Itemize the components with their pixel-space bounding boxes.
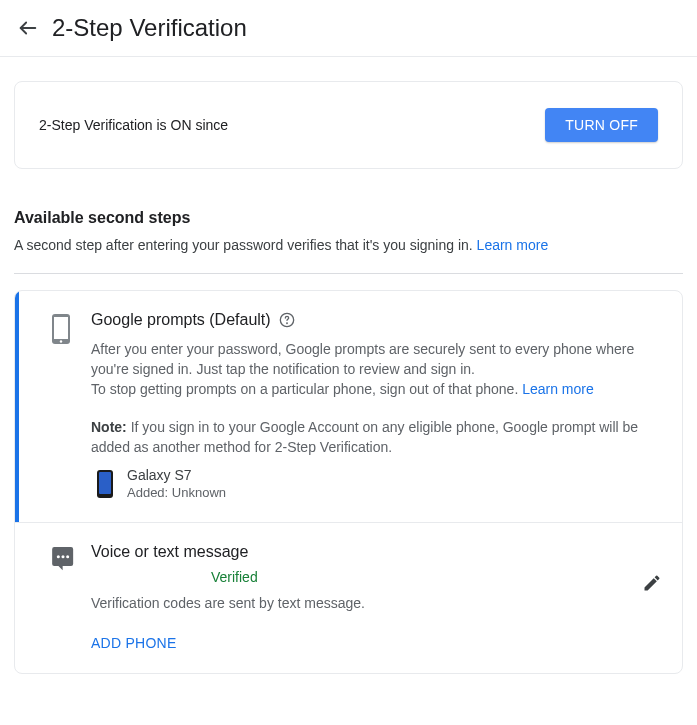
google-prompts-desc2: To stop getting prompts on a particular … — [91, 379, 658, 399]
voice-desc: Verification codes are sent by text mess… — [91, 595, 658, 611]
device-row: Galaxy S7 Added: Unknown — [97, 467, 658, 500]
phone-outline-icon — [35, 311, 91, 500]
section-description: A second step after entering your passwo… — [14, 235, 683, 255]
voice-title: Voice or text message — [91, 543, 658, 561]
svg-point-5 — [286, 323, 287, 324]
google-prompts-learn-more-link[interactable]: Learn more — [522, 381, 594, 397]
note-text: If you sign in to your Google Account on… — [91, 419, 638, 455]
google-prompts-section: Google prompts (Default) After you enter… — [15, 291, 682, 522]
help-icon[interactable] — [279, 312, 295, 328]
google-prompts-title: Google prompts (Default) — [91, 311, 271, 329]
svg-point-6 — [57, 555, 60, 558]
device-added: Added: Unknown — [127, 485, 226, 500]
section-title: Available second steps — [14, 209, 683, 227]
edit-pencil-icon[interactable] — [642, 573, 662, 593]
content-area: 2-Step Verification is ON since TURN OFF… — [0, 57, 697, 688]
svg-rect-2 — [54, 317, 68, 339]
section-learn-more-link[interactable]: Learn more — [477, 237, 549, 253]
google-prompts-note: Note: If you sign in to your Google Acco… — [91, 417, 658, 457]
status-card: 2-Step Verification is ON since TURN OFF — [14, 81, 683, 169]
device-name: Galaxy S7 — [127, 467, 226, 483]
google-prompts-desc2-text: To stop getting prompts on a particular … — [91, 381, 522, 397]
svg-point-7 — [61, 555, 64, 558]
svg-point-3 — [60, 340, 62, 342]
note-label: Note: — [91, 419, 127, 435]
google-prompts-desc1: After you enter your password, Google pr… — [91, 339, 658, 379]
svg-point-8 — [66, 555, 69, 558]
page-title: 2-Step Verification — [52, 14, 247, 42]
voice-body: Voice or text message Verified Verificat… — [91, 543, 658, 651]
turn-off-button[interactable]: TURN OFF — [545, 108, 658, 142]
methods-card: Google prompts (Default) After you enter… — [14, 290, 683, 674]
voice-text-section: Voice or text message Verified Verificat… — [15, 523, 682, 673]
status-text: 2-Step Verification is ON since — [39, 117, 228, 133]
back-arrow-icon[interactable] — [16, 16, 40, 40]
page-header: 2-Step Verification — [0, 0, 697, 57]
device-phone-icon — [97, 470, 113, 498]
add-phone-button[interactable]: ADD PHONE — [91, 635, 658, 651]
section-divider — [14, 273, 683, 274]
section-desc-text: A second step after entering your passwo… — [14, 237, 477, 253]
sms-icon — [35, 543, 91, 651]
verified-label: Verified — [211, 569, 658, 585]
google-prompts-body: Google prompts (Default) After you enter… — [91, 311, 658, 500]
